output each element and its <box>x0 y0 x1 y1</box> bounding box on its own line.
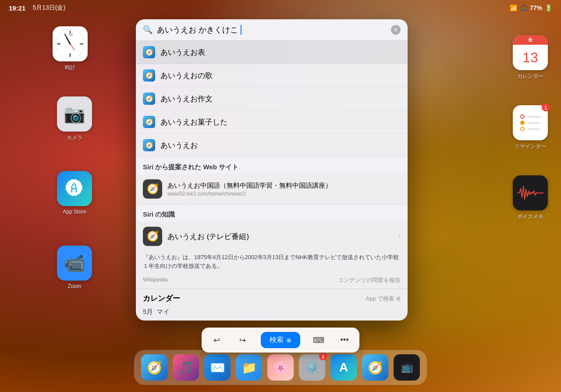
undo-icon: ↩ <box>213 335 220 345</box>
redo-button[interactable]: ↪ <box>235 332 251 348</box>
reminders-app[interactable]: 1 リマインダー <box>513 105 548 150</box>
suggestion-text-5: あいうえお <box>160 140 198 150</box>
reminders-label: リマインダー <box>515 143 546 150</box>
knowledge-report-link[interactable]: コンテンツの問題を報告 <box>338 276 401 284</box>
battery-indicator: 77% <box>530 4 542 11</box>
suggestion-row-4[interactable]: 🧭 あいうえお菓子した <box>136 110 408 134</box>
dock-appstore-icon: A <box>339 360 348 374</box>
svg-text:3: 3 <box>79 42 82 46</box>
siri-website-row[interactable]: 🧭 あいうえお中国語（無料中国語学習・無料中国語講座） www50.tok2.c… <box>136 174 408 204</box>
safari-suggestion-icon-2: 🧭 <box>143 69 155 82</box>
calendar-section-label: カレンダー <box>143 293 180 303</box>
undo-button[interactable]: ↩ <box>209 332 224 348</box>
dock-music-icon: 🎵 <box>178 360 194 375</box>
keyboard-button[interactable]: ⌨ <box>311 332 327 348</box>
voicememo-label: ボイスメモ <box>517 213 543 221</box>
knowledge-description: 『あいうえお』は、1975年4月12日から2002年3月13日までNHK教育テレ… <box>136 251 408 274</box>
dock-settings[interactable]: ⚙️ 1 <box>299 354 325 381</box>
zoom-app[interactable]: 📹 Zoom <box>57 246 92 289</box>
siri-web-header: Siri から提案された Web サイト <box>136 157 408 174</box>
redo-icon: ↪ <box>239 335 246 345</box>
appstore-label: App Store <box>63 209 86 215</box>
dock-safari-2[interactable]: 🧭 <box>362 354 388 381</box>
calendar-day: 13 <box>522 50 538 66</box>
dock-mail[interactable]: ✉️ <box>204 354 231 381</box>
svg-text:6: 6 <box>69 52 71 56</box>
suggestion-row-1[interactable]: 🧭 あいうえお表 <box>136 41 408 64</box>
zoom-label: Zoom <box>68 283 82 289</box>
search-query: あいうえお かきくけこ <box>157 25 238 35</box>
dock: 🧭 🎵 ✉️ 📁 🌸 ⚙️ 1 A 🧭 📺 <box>134 350 427 385</box>
dock-mail-icon: ✉️ <box>210 360 225 375</box>
dock-appstore[interactable]: A <box>330 354 357 381</box>
dock-files[interactable]: 📁 <box>236 354 262 381</box>
search-bar[interactable]: 🔍 あいうえお かきくけこ ✕ <box>136 19 408 41</box>
reminders-badge: 1 <box>542 103 550 111</box>
app-search-label: App で検索 <box>366 295 394 303</box>
safari-suggestion-icon-5: 🧭 <box>143 139 155 151</box>
search-button-icon: ⊕ <box>286 337 291 344</box>
more-button[interactable]: ••• <box>337 332 352 348</box>
website-info: あいうえお中国語（無料中国語学習・無料中国語講座） www50.tok2.com… <box>167 182 332 197</box>
siri-knowledge-row[interactable]: 🧭 あいうえお (テレビ番組) › <box>136 221 408 251</box>
status-time: 19:21 <box>9 4 25 12</box>
dock-photos[interactable]: 🌸 <box>267 354 294 381</box>
dock-appletv-icon: 📺 <box>401 362 413 373</box>
clock-icon: 12 3 6 9 <box>55 29 85 59</box>
wifi-icon: 📶 <box>510 4 517 11</box>
dock-settings-icon: ⚙️ <box>305 360 320 375</box>
suggestion-row-2[interactable]: 🧭 あいうえおの歌 <box>136 64 408 87</box>
status-date: 5月13日(金) <box>32 4 65 12</box>
website-url: www50.tok2.com/home/chinese2/ <box>167 191 332 197</box>
suggestion-text-3: あいうえお作文 <box>160 94 213 104</box>
suggestion-text-2: あいうえおの歌 <box>160 71 213 81</box>
camera-icon: 📷 <box>64 104 85 125</box>
search-cursor <box>241 25 241 35</box>
dock-safari-icon: 🧭 <box>147 360 162 375</box>
dock-safari[interactable]: 🧭 <box>141 354 167 381</box>
suggestion-row-3[interactable]: 🧭 あいうえお作文 <box>136 87 408 110</box>
search-overlay: 🔍 あいうえお かきくけこ ✕ 🧭 あいうえお表 🧭 あいうえおの歌 🧭 あいう… <box>136 19 408 321</box>
camera-label: カメラ <box>67 134 82 142</box>
calendar-app[interactable]: 金 13 カレンダー <box>513 35 548 80</box>
battery-icon: 🔋 <box>545 4 552 11</box>
suggestion-row-5[interactable]: 🧭 あいうえお <box>136 134 408 157</box>
clock-app[interactable]: 12 3 6 9 時計 <box>53 26 88 71</box>
calendar-my-label: マイ <box>156 308 170 316</box>
app-search-icon: ⊞ <box>396 296 401 302</box>
search-button-label: 検索 <box>270 335 284 345</box>
dock-safari-2-icon: 🧭 <box>368 360 383 375</box>
svg-text:12: 12 <box>69 32 73 36</box>
website-title: あいうえお中国語（無料中国語学習・無料中国語講座） <box>167 182 332 190</box>
status-bar: 19:21 5月13日(金) 📶 🎧 77% 🔋 <box>0 0 561 16</box>
appstore-icon: 🅐 <box>66 179 83 199</box>
calendar-weekday: 金 <box>528 37 533 43</box>
dock-settings-badge: 1 <box>319 353 327 360</box>
appstore-app[interactable]: 🅐 App Store <box>57 171 92 215</box>
suggestion-text-4: あいうえお菓子した <box>160 117 227 127</box>
dock-music[interactable]: 🎵 <box>173 354 199 381</box>
svg-text:9: 9 <box>59 42 61 46</box>
voicememo-icon <box>517 184 543 202</box>
app-search-button[interactable]: App で検索 ⊞ <box>366 295 401 303</box>
clock-label: 時計 <box>65 64 75 71</box>
camera-app[interactable]: 📷 カメラ <box>57 96 92 142</box>
search-button[interactable]: 検索 ⊕ <box>261 332 300 348</box>
suggestion-text-1: あいうえお表 <box>160 47 205 57</box>
keyboard-icon: ⌨ <box>313 335 324 345</box>
knowledge-source-row: Wikipedia コンテンツの問題を報告 <box>136 274 408 289</box>
calendar-month: 5月 <box>143 308 153 316</box>
knowledge-icon: 🧭 <box>143 227 162 246</box>
search-clear-button[interactable]: ✕ <box>391 25 401 35</box>
zoom-icon: 📹 <box>64 253 85 274</box>
website-icon: 🧭 <box>143 179 162 199</box>
chevron-right-icon: › <box>398 232 401 240</box>
voicememo-app[interactable]: ボイスメモ <box>513 175 548 221</box>
safari-suggestion-icon-3: 🧭 <box>143 93 155 105</box>
search-icon: 🔍 <box>143 25 153 35</box>
more-icon: ••• <box>341 335 349 345</box>
search-input[interactable]: あいうえお かきくけこ <box>157 25 387 35</box>
safari-suggestion-icon-1: 🧭 <box>143 46 155 58</box>
knowledge-title: あいうえお (テレビ番組) <box>167 232 393 242</box>
dock-appletv[interactable]: 📺 <box>394 354 420 381</box>
